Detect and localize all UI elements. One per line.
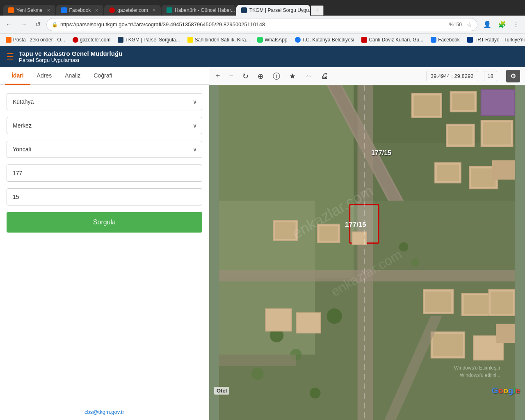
svg-point-45 <box>310 388 320 398</box>
bookmark-posta[interactable]: Posta - zeki önder - O... <box>3 36 68 43</box>
hamburger-menu-button[interactable]: ☰ <box>7 52 14 62</box>
svg-point-46 <box>399 242 409 252</box>
bookmark-favicon-trt <box>467 37 473 43</box>
bookmark-favicon-sahibinden <box>187 37 193 43</box>
il-select[interactable]: Kütahya <box>7 94 202 110</box>
sorgula-button[interactable]: Sorgula <box>7 212 202 233</box>
tab-favicon-yeni-sekme <box>8 7 14 13</box>
tab-bar: Yeni Sekme ✕ Facebook ✕ gazeteler.com ✕ … <box>0 0 525 16</box>
svg-rect-61 <box>266 309 291 331</box>
bookmark-label-posta: Posta - zeki önder - O... <box>13 37 65 43</box>
parsel-input[interactable] <box>7 189 202 205</box>
bookmark-label-whatsapp: WhatsApp <box>265 37 287 43</box>
back-button[interactable]: ← <box>3 19 15 30</box>
bookmark-tkgm[interactable]: TKGM | Parsel Sorgula... <box>115 36 182 43</box>
tab-gazeteler[interactable]: gazeteler.com ✕ <box>104 5 161 16</box>
bookmark-doviz[interactable]: Canlı Döviz Kurları, Gü... <box>359 36 426 43</box>
bookmark-label-gazeteler: gazeteler.com <box>80 37 111 43</box>
bookmark-label-doviz: Canlı Döviz Kurları, Gü... <box>369 37 423 43</box>
map-coordinates: 39.4944 : 29.8292 <box>426 71 478 81</box>
mahalle-select-wrapper: Yoncali ∨ <box>7 141 202 158</box>
map-info-button[interactable]: ⓘ <box>271 70 282 83</box>
profile-button[interactable]: 👤 <box>481 19 494 30</box>
map-refresh-button[interactable]: ↻ <box>241 70 250 82</box>
map-area: + − ↻ ⊕ ⓘ ★ ↔ 🖨 39.4944 : 29.8292 18 ⚙ <box>209 67 525 420</box>
bookmark-star-icon[interactable]: ☆ <box>467 21 472 28</box>
bookmark-favicon-facebook2 <box>431 37 436 43</box>
svg-point-47 <box>411 258 419 266</box>
zoom-badge: %150 <box>447 21 464 28</box>
parsel-input-wrapper <box>7 188 202 205</box>
map-measure-button[interactable]: ↔ <box>303 70 314 82</box>
svg-rect-40 <box>496 324 515 343</box>
header-title-main: Tapu ve Kadastro Genel Müdürlüğü <box>19 50 122 57</box>
svg-rect-10 <box>452 94 474 110</box>
tab-cografi[interactable]: Coğrafi <box>87 67 119 85</box>
map-settings-button[interactable]: ⚙ <box>506 70 520 82</box>
ilce-select-wrapper: Merkez ∨ <box>7 117 202 134</box>
forward-button[interactable]: → <box>18 19 30 30</box>
tab-close-facebook[interactable]: ✕ <box>95 8 98 13</box>
map-print-button[interactable]: 🖨 <box>320 70 330 82</box>
header-title: Tapu ve Kadastro Genel Müdürlüğü Parsel … <box>19 50 122 63</box>
parcel-label: 177/15 <box>371 149 391 157</box>
map-zoom-out-button[interactable]: − <box>228 70 235 82</box>
ilce-select[interactable]: Merkez <box>7 117 202 134</box>
tab-analiz[interactable]: Analiz <box>58 67 87 85</box>
tab-label-facebook: Facebook <box>69 7 91 13</box>
header-title-sub: Parsel Sorgu Uygulaması <box>19 57 122 63</box>
browser-chrome: Yeni Sekme ✕ Facebook ✕ gazeteler.com ✕ … <box>0 0 525 46</box>
bookmark-favicon-whatsapp <box>257 37 263 43</box>
map-locate-button[interactable]: ⊕ <box>256 70 265 82</box>
tab-idari[interactable]: İdari <box>5 67 30 85</box>
tab-close-gazeteler[interactable]: ✕ <box>152 8 156 13</box>
new-tab-button[interactable]: + <box>311 5 324 16</box>
tab-haberturk[interactable]: Habertürk - Güncel Haber... ✕ <box>162 5 235 16</box>
tab-favicon-tkgm <box>241 7 247 13</box>
tab-yeni-sekme[interactable]: Yeni Sekme ✕ <box>3 5 55 16</box>
ada-input[interactable] <box>7 165 202 181</box>
extension-button[interactable]: 🧩 <box>495 19 509 30</box>
map-zoom-in-button[interactable]: + <box>214 70 222 82</box>
app-header: ☰ Tapu ve Kadastro Genel Müdürlüğü Parse… <box>0 46 525 67</box>
bookmark-gazeteler[interactable]: gazeteler.com <box>70 36 113 43</box>
bookmark-facebook2[interactable]: Facebook <box>428 36 462 43</box>
bookmark-label-kutahya: T.C. Kütahya Belediyesi <box>302 37 354 43</box>
svg-rect-34 <box>491 292 513 314</box>
lock-icon: 🔒 <box>52 22 58 27</box>
tab-close-yeni-sekme[interactable]: ✕ <box>47 8 50 13</box>
svg-rect-28 <box>425 292 452 312</box>
tab-facebook[interactable]: Facebook ✕ <box>56 5 104 16</box>
google-watermark: Google <box>492 386 520 395</box>
bookmark-sahibinden[interactable]: Sahibinden Satılık, Kira... <box>185 36 253 43</box>
map-toolbar: + − ↻ ⊕ ⓘ ★ ↔ 🖨 39.4944 : 29.8292 18 ⚙ <box>209 67 525 85</box>
ada-input-wrapper <box>7 164 202 182</box>
bookmark-label-tkgm: TKGM | Parsel Sorgula... <box>125 37 180 43</box>
map-favorite-button[interactable]: ★ <box>288 70 297 82</box>
otel-label: Otel <box>214 387 229 395</box>
svg-rect-24 <box>471 169 495 187</box>
tab-label-tkgm: TKGM | Parsel Sorgu Uygu... <box>249 7 310 13</box>
menu-button[interactable]: ⋮ <box>510 19 522 30</box>
tab-label-yeni-sekme: Yeni Sekme <box>16 7 43 13</box>
bookmark-whatsapp[interactable]: WhatsApp <box>255 36 290 43</box>
satellite-map[interactable]: enkazlar.com enkazlar.com 177/15 <box>209 67 525 420</box>
tab-adres[interactable]: Adres <box>30 67 59 85</box>
form-area: Kütahya ∨ Merkez ∨ Yoncali ∨ <box>0 85 209 404</box>
windows-watermark: Windows'u EtkinleştirWindows'u etkinl... <box>454 364 500 379</box>
bookmark-trt[interactable]: TRT Radyo - Türkiye'ni... <box>465 36 525 43</box>
il-select-wrapper: Kütahya ∨ <box>7 93 202 110</box>
svg-rect-31 <box>463 295 488 314</box>
mahalle-select[interactable]: Yoncali <box>7 141 202 158</box>
address-bar[interactable]: 🔒 https://parselsorgu.tkgm.gov.tr/#ara/c… <box>46 18 477 31</box>
bookmark-favicon-doviz <box>361 37 367 43</box>
bookmark-kutahya[interactable]: T.C. Kütahya Belediyesi <box>292 36 357 43</box>
svg-rect-25 <box>492 160 515 180</box>
bookmark-label-trt: TRT Radyo - Türkiye'ni... <box>475 37 525 43</box>
svg-rect-7 <box>413 95 440 116</box>
cbs-email-link[interactable]: cbs@tkgm.gov.tr <box>84 409 124 415</box>
svg-rect-15 <box>448 126 472 144</box>
tab-tkgm[interactable]: TKGM | Parsel Sorgu Uygu... ✕ <box>236 5 310 16</box>
reload-button[interactable]: ↺ <box>33 19 43 30</box>
map-zoom-level: 18 <box>484 71 497 81</box>
